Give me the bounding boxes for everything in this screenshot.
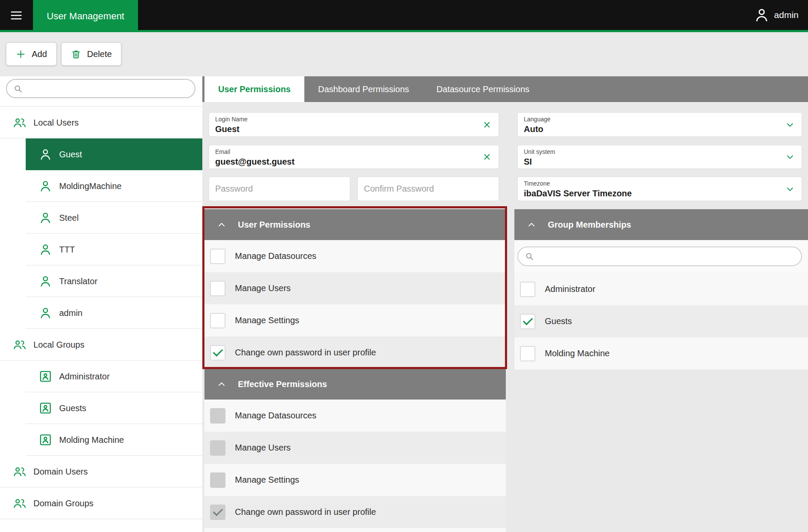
- users-group-icon: [13, 338, 27, 352]
- users-group-icon: [13, 496, 27, 510]
- person-icon: [39, 147, 52, 161]
- chevron-down-icon: [785, 152, 795, 162]
- tab-datasource-permissions[interactable]: Datasource Permissions: [423, 76, 543, 102]
- plus-icon: [15, 49, 26, 60]
- add-button[interactable]: Add: [6, 42, 57, 66]
- group-search-input[interactable]: [539, 252, 795, 261]
- effective-checkbox-manage-settings: [210, 472, 225, 488]
- chevron-up-icon[interactable]: [216, 379, 227, 389]
- sidebar: Local Users Guest MoldingMachine Steel T…: [0, 76, 202, 532]
- main-content: User Permissions Dashboard Permissions D…: [202, 76, 808, 532]
- hamburger-menu-icon[interactable]: [8, 7, 25, 24]
- sidebar-item-steel[interactable]: Steel: [0, 202, 202, 234]
- sidebar-item-local-users[interactable]: Local Users: [0, 107, 202, 138]
- timezone-select[interactable]: Timezone ibaDaVIS Server Timezone: [517, 177, 802, 201]
- person-icon: [39, 179, 52, 193]
- group-row-guests[interactable]: Guests: [514, 305, 808, 337]
- group-badge-icon: [39, 370, 52, 383]
- user-avatar-icon: [754, 7, 770, 23]
- email-field[interactable]: Email: [209, 145, 499, 169]
- group-row-administrator[interactable]: Administrator: [514, 273, 808, 305]
- person-icon: [39, 306, 52, 320]
- sidebar-item-administrator[interactable]: Administrator: [0, 361, 202, 392]
- sidebar-item-molding-machine[interactable]: Molding Machine: [0, 424, 202, 456]
- permission-row-change-own-password[interactable]: Change own password in user profile: [204, 337, 506, 369]
- permission-row-manage-users[interactable]: Manage Users: [204, 272, 506, 304]
- group-memberships-column: Group Memberships Administrator Guests M…: [514, 209, 808, 370]
- tab-user-permissions[interactable]: User Permissions: [204, 76, 304, 102]
- effective-checkbox-manage-users: [210, 440, 225, 456]
- current-user-label: admin: [774, 10, 799, 20]
- tab-dashboard-permissions[interactable]: Dashboard Permissions: [304, 76, 423, 102]
- page-title: User Management: [47, 11, 124, 22]
- sidebar-item-ttt[interactable]: TTT: [0, 234, 202, 265]
- sidebar-item-moldingmachine[interactable]: MoldingMachine: [0, 170, 202, 202]
- effective-checkbox-change-own-password: [210, 505, 225, 520]
- clipped-row: [204, 528, 506, 532]
- chevron-down-icon: [785, 184, 795, 194]
- effective-checkbox-manage-datasources: [210, 408, 225, 424]
- group-badge-icon: [39, 401, 52, 415]
- group-checkbox-molding-machine[interactable]: [520, 346, 535, 361]
- person-icon: [39, 211, 52, 225]
- clear-login-icon[interactable]: [482, 120, 492, 130]
- users-group-icon: [13, 116, 27, 129]
- password-input[interactable]: [215, 184, 344, 194]
- permission-row-manage-datasources[interactable]: Manage Datasources: [204, 240, 506, 272]
- sidebar-item-guest[interactable]: Guest: [0, 138, 202, 170]
- login-name-field[interactable]: Login Name: [209, 112, 499, 137]
- search-icon: [13, 84, 23, 93]
- sidebar-item-admin[interactable]: admin: [0, 297, 202, 329]
- checkbox-manage-datasources[interactable]: [210, 249, 225, 264]
- password-field[interactable]: [209, 177, 350, 201]
- sidebar-item-domain-users[interactable]: Domain Users: [0, 456, 202, 487]
- effective-permissions-header[interactable]: Effective Permissions: [204, 369, 506, 400]
- app-title-tab[interactable]: User Management: [33, 0, 138, 32]
- group-checkbox-guests[interactable]: [520, 314, 535, 329]
- checkbox-manage-users[interactable]: [210, 281, 225, 296]
- sidebar-item-domain-groups[interactable]: Domain Groups: [0, 487, 202, 519]
- trash-icon: [71, 49, 81, 60]
- action-toolbar: Add Delete: [0, 32, 808, 76]
- user-group-tree: Local Users Guest MoldingMachine Steel T…: [0, 106, 202, 519]
- permission-tabbar: User Permissions Dashboard Permissions D…: [202, 76, 808, 102]
- permission-row-manage-settings[interactable]: Manage Settings: [204, 304, 506, 337]
- group-badge-icon: [39, 433, 52, 447]
- delete-button[interactable]: Delete: [61, 42, 121, 66]
- chevron-up-icon[interactable]: [526, 219, 537, 230]
- effective-row-manage-settings: Manage Settings: [204, 464, 506, 496]
- group-search[interactable]: [517, 246, 802, 266]
- current-user-chip[interactable]: admin: [754, 0, 799, 30]
- login-name-input[interactable]: [215, 123, 465, 135]
- clear-email-icon[interactable]: [482, 152, 492, 162]
- chevron-down-icon: [785, 120, 795, 130]
- group-search-row: [514, 240, 808, 273]
- search-icon: [525, 252, 534, 261]
- group-checkbox-administrator[interactable]: [520, 282, 535, 297]
- sidebar-item-translator[interactable]: Translator: [0, 265, 202, 297]
- effective-row-change-own-password: Change own password in user profile: [204, 496, 506, 528]
- email-input[interactable]: [215, 156, 465, 168]
- user-permissions-header[interactable]: User Permissions: [204, 209, 506, 240]
- effective-row-manage-datasources: Manage Datasources: [204, 400, 506, 432]
- person-icon: [39, 274, 52, 288]
- permissions-column: User Permissions Manage Datasources Mana…: [204, 209, 506, 532]
- sidebar-item-guests[interactable]: Guests: [0, 392, 202, 424]
- sidebar-search-input[interactable]: [27, 84, 188, 93]
- confirm-password-input[interactable]: [364, 184, 493, 194]
- language-select[interactable]: Language Auto: [517, 112, 802, 137]
- sidebar-item-local-groups[interactable]: Local Groups: [0, 329, 202, 361]
- unit-system-select[interactable]: Unit system SI: [517, 145, 802, 169]
- checkbox-change-own-password[interactable]: [210, 345, 225, 361]
- users-group-icon: [13, 465, 27, 478]
- confirm-password-field[interactable]: [357, 177, 499, 201]
- chevron-up-icon[interactable]: [216, 219, 227, 230]
- sidebar-search[interactable]: [6, 79, 195, 98]
- group-row-molding-machine[interactable]: Molding Machine: [514, 337, 808, 370]
- group-memberships-header[interactable]: Group Memberships: [514, 209, 808, 240]
- person-icon: [39, 243, 52, 256]
- checkbox-manage-settings[interactable]: [210, 313, 225, 328]
- effective-row-manage-users: Manage Users: [204, 432, 506, 464]
